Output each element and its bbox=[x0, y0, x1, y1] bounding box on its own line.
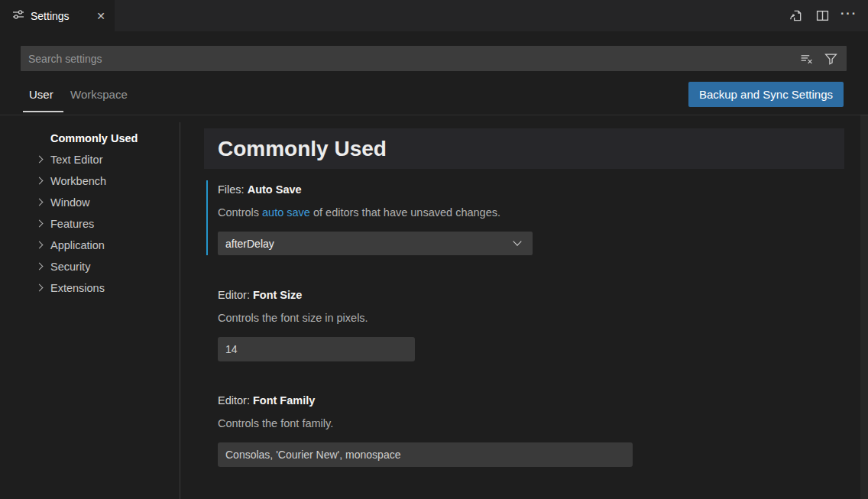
chevron-right-icon bbox=[36, 177, 44, 185]
close-tab-icon[interactable]: ✕ bbox=[96, 11, 105, 21]
search-input[interactable] bbox=[21, 46, 798, 71]
tab-workspace[interactable]: Workspace bbox=[70, 88, 128, 101]
auto-save-select[interactable]: afterDelay bbox=[218, 232, 533, 255]
font-family-input[interactable] bbox=[218, 442, 633, 467]
chevron-right-icon bbox=[36, 220, 44, 228]
setting-files-auto-save: Files: Auto Save Controls auto save of e… bbox=[218, 183, 844, 260]
search-actions bbox=[798, 50, 847, 67]
setting-description: Controls the font size in pixels. bbox=[218, 312, 368, 324]
tab-settings[interactable]: Settings ✕ bbox=[0, 0, 115, 31]
font-size-input[interactable] bbox=[218, 337, 415, 361]
chevron-right-icon bbox=[36, 199, 44, 206]
toc-item-workbench[interactable]: Workbench bbox=[0, 170, 180, 192]
toc-divider bbox=[180, 122, 180, 499]
split-editor-icon[interactable] bbox=[814, 8, 831, 24]
more-actions-icon[interactable]: ··· bbox=[840, 8, 857, 24]
toc-item-security[interactable]: Security bbox=[0, 256, 180, 277]
setting-description: Controls auto save of editors that have … bbox=[218, 206, 500, 219]
active-tab-underline bbox=[23, 111, 63, 112]
backup-and-sync-button[interactable]: Backup and Sync Settings bbox=[688, 82, 844, 107]
toc-item-text-editor[interactable]: Text Editor bbox=[0, 149, 180, 170]
toc-item-features[interactable]: Features bbox=[0, 213, 180, 235]
chevron-right-icon bbox=[36, 156, 44, 164]
settings-toc: Commonly Used Text Editor Workbench Wind… bbox=[0, 128, 180, 299]
settings-sliders-icon bbox=[12, 8, 24, 24]
setting-editor-font-family: Editor: Font Family Controls the font fa… bbox=[218, 394, 844, 471]
filter-icon[interactable] bbox=[822, 50, 839, 67]
tab-user[interactable]: User bbox=[29, 88, 53, 101]
setting-description: Controls the font family. bbox=[218, 417, 333, 429]
search-bar bbox=[21, 46, 847, 71]
open-settings-json-icon[interactable] bbox=[787, 8, 804, 24]
tab-label: Settings bbox=[31, 10, 70, 22]
chevron-right-icon bbox=[36, 263, 44, 271]
auto-save-link[interactable]: auto save bbox=[262, 206, 310, 219]
clear-search-icon[interactable] bbox=[798, 50, 815, 67]
settings-editor: Settings ✕ ··· bbox=[0, 0, 868, 499]
modified-indicator bbox=[206, 180, 208, 255]
settings-scope-row: User Workspace Backup and Sync Settings bbox=[0, 79, 868, 115]
chevron-right-icon bbox=[36, 284, 44, 292]
setting-label: Files: Auto Save bbox=[218, 183, 844, 196]
toc-item-application[interactable]: Application bbox=[0, 235, 180, 256]
toc-item-extensions[interactable]: Extensions bbox=[0, 277, 180, 299]
chevron-down-icon bbox=[513, 237, 521, 245]
editor-actions: ··· bbox=[787, 0, 857, 31]
tab-bar: Settings ✕ ··· bbox=[0, 0, 868, 31]
setting-label: Editor: Font Size bbox=[218, 289, 844, 301]
section-header: Commonly Used bbox=[204, 128, 844, 169]
toc-item-window[interactable]: Window bbox=[0, 192, 180, 213]
setting-label: Editor: Font Family bbox=[218, 394, 844, 407]
page-title: Commonly Used bbox=[204, 137, 387, 161]
toc-item-commonly-used[interactable]: Commonly Used bbox=[0, 128, 180, 149]
chevron-right-icon bbox=[36, 241, 44, 249]
scrollbar[interactable] bbox=[860, 115, 868, 499]
setting-editor-font-size: Editor: Font Size Controls the font size… bbox=[218, 289, 844, 365]
